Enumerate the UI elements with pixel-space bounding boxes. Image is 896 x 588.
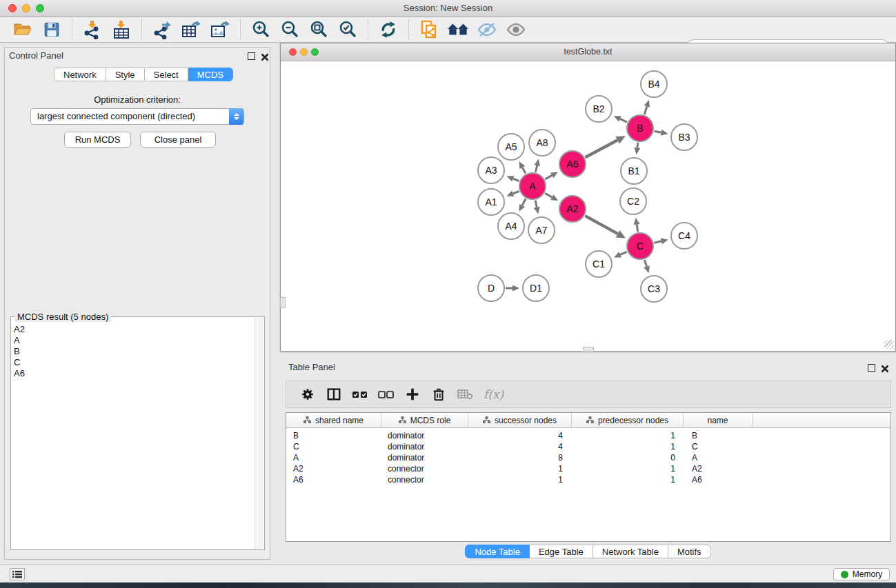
app-titlebar: Session: New Session xyxy=(0,0,896,17)
home-icon[interactable] xyxy=(448,19,468,40)
edge-A-A3[interactable] xyxy=(513,179,519,181)
edge-A-A6[interactable] xyxy=(545,175,552,179)
splitter-grip[interactable] xyxy=(280,297,286,308)
import-network-icon[interactable] xyxy=(82,19,103,40)
column-header-predecessor-nodes[interactable]: predecessor nodes xyxy=(572,413,684,427)
app-title: Session: New Session xyxy=(0,0,896,17)
dropdown-stepper-icon xyxy=(229,108,243,125)
close-panel-button[interactable]: Close panel xyxy=(140,132,216,148)
tab-network-table[interactable]: Network Table xyxy=(593,545,668,558)
function-builder-icon[interactable]: f(x) xyxy=(484,387,504,401)
float-panel-icon[interactable] xyxy=(248,52,255,60)
result-item[interactable]: B xyxy=(14,346,25,357)
column-layout-icon[interactable] xyxy=(325,385,343,403)
network-graph-canvas[interactable]: B4B2BB3A8A5A6B1A3AA1C2A2A4A7C4CC1C3DD1 xyxy=(281,61,895,352)
table-cell: 1 xyxy=(572,442,684,452)
save-session-icon[interactable] xyxy=(41,19,62,40)
tab-style[interactable]: Style xyxy=(106,68,145,81)
select-all-icon[interactable] xyxy=(351,385,369,403)
zoom-out-icon[interactable] xyxy=(279,19,300,40)
table-row[interactable]: A2connector11A2 xyxy=(286,463,890,474)
zoom-view-icon[interactable] xyxy=(311,48,319,56)
delete-table-icon[interactable] xyxy=(456,385,474,403)
toolbar-separator xyxy=(368,19,368,40)
table-row[interactable]: Adominator80A xyxy=(286,452,890,463)
table-row[interactable]: Bdominator41B xyxy=(286,430,890,441)
show-details-icon[interactable] xyxy=(506,19,526,40)
deselect-all-icon[interactable] xyxy=(377,385,395,403)
column-header-name[interactable]: name xyxy=(684,413,753,427)
close-view-icon[interactable] xyxy=(289,48,297,56)
edge-A-A1[interactable] xyxy=(513,192,519,194)
tab-node-table[interactable]: Node Table xyxy=(465,545,530,558)
tab-select[interactable]: Select xyxy=(145,68,188,81)
panel-list-button[interactable] xyxy=(10,568,25,580)
result-scrollbar[interactable] xyxy=(255,318,263,549)
run-mcds-button[interactable]: Run MCDS xyxy=(64,132,131,148)
open-session-icon[interactable] xyxy=(12,19,33,40)
minimize-window-icon[interactable] xyxy=(22,4,30,12)
result-item[interactable]: A6 xyxy=(14,368,25,379)
edge-A-A8[interactable] xyxy=(536,165,537,172)
hide-details-icon[interactable] xyxy=(477,19,497,40)
export-network-icon[interactable] xyxy=(152,19,172,40)
edge-B-B1[interactable] xyxy=(637,143,638,148)
arrowhead-icon xyxy=(506,176,514,181)
memory-status-icon xyxy=(841,571,848,578)
close-table-panel-icon[interactable] xyxy=(881,363,889,372)
control-panel-tabs: NetworkStyleSelectMCDS xyxy=(54,68,233,81)
edge-B-B2[interactable] xyxy=(620,119,627,122)
tab-motifs[interactable]: Motifs xyxy=(668,545,711,558)
close-window-icon[interactable] xyxy=(8,4,17,12)
result-item[interactable]: A xyxy=(14,335,25,346)
edge-A-A7[interactable] xyxy=(535,201,537,207)
resize-grip-icon[interactable] xyxy=(884,340,894,349)
memory-button[interactable]: Memory xyxy=(833,568,890,580)
float-table-panel-icon[interactable] xyxy=(868,364,875,372)
tab-mcds[interactable]: MCDS xyxy=(188,68,233,81)
edge-B-B3[interactable] xyxy=(655,131,661,132)
edge-B-B4[interactable] xyxy=(644,106,647,114)
edge-C-C1[interactable] xyxy=(620,252,627,254)
table-cell: dominator xyxy=(381,442,468,452)
close-panel-icon[interactable] xyxy=(261,52,269,60)
settings-gear-icon[interactable] xyxy=(299,385,317,403)
delete-column-icon[interactable] xyxy=(430,385,448,403)
refresh-icon[interactable] xyxy=(378,19,399,40)
edge-A-A5[interactable] xyxy=(522,168,526,174)
splitter-grip[interactable] xyxy=(583,347,594,352)
duplicate-network-icon[interactable] xyxy=(419,19,439,40)
edge-A6-B[interactable] xyxy=(586,140,618,157)
criterion-dropdown[interactable]: largest connected component (directed) xyxy=(30,108,244,125)
column-header-MCDS-role[interactable]: MCDS role xyxy=(381,413,468,427)
edge-C-C3[interactable] xyxy=(644,260,646,267)
zoom-fit-icon[interactable] xyxy=(308,19,329,40)
edge-C-C4[interactable] xyxy=(654,241,661,243)
export-image-icon[interactable] xyxy=(210,19,230,40)
table-row[interactable]: A6connector11A6 xyxy=(286,474,890,485)
edge-A2-C[interactable] xyxy=(585,216,617,234)
add-column-icon[interactable] xyxy=(404,385,421,403)
result-item[interactable]: A2 xyxy=(14,324,25,335)
attribute-type-icon xyxy=(303,416,311,425)
criterion-value: largest connected component (directed) xyxy=(37,111,195,121)
zoom-selected-icon[interactable] xyxy=(337,19,358,40)
result-item[interactable]: C xyxy=(14,357,25,368)
edge-A-A4[interactable] xyxy=(522,199,526,205)
edge-A-A2[interactable] xyxy=(545,193,552,197)
import-table-icon[interactable] xyxy=(111,19,132,40)
table-row[interactable]: Cdominator41C xyxy=(286,441,890,452)
table-header-row: shared nameMCDS rolesuccessor nodesprede… xyxy=(286,413,890,428)
arrowhead-icon xyxy=(661,130,668,136)
toolbar-separator xyxy=(141,19,142,40)
tab-edge-table[interactable]: Edge Table xyxy=(530,545,593,558)
column-header-shared-name[interactable]: shared name xyxy=(286,413,381,427)
column-header-successor-nodes[interactable]: successor nodes xyxy=(468,413,572,427)
export-table-icon[interactable] xyxy=(181,19,201,40)
zoom-window-icon[interactable] xyxy=(36,4,44,12)
edge-C-C2[interactable] xyxy=(637,225,638,232)
tab-network[interactable]: Network xyxy=(54,68,106,81)
zoom-in-icon[interactable] xyxy=(250,19,271,40)
node-label: A xyxy=(529,181,536,192)
minimize-view-icon[interactable] xyxy=(300,48,308,56)
